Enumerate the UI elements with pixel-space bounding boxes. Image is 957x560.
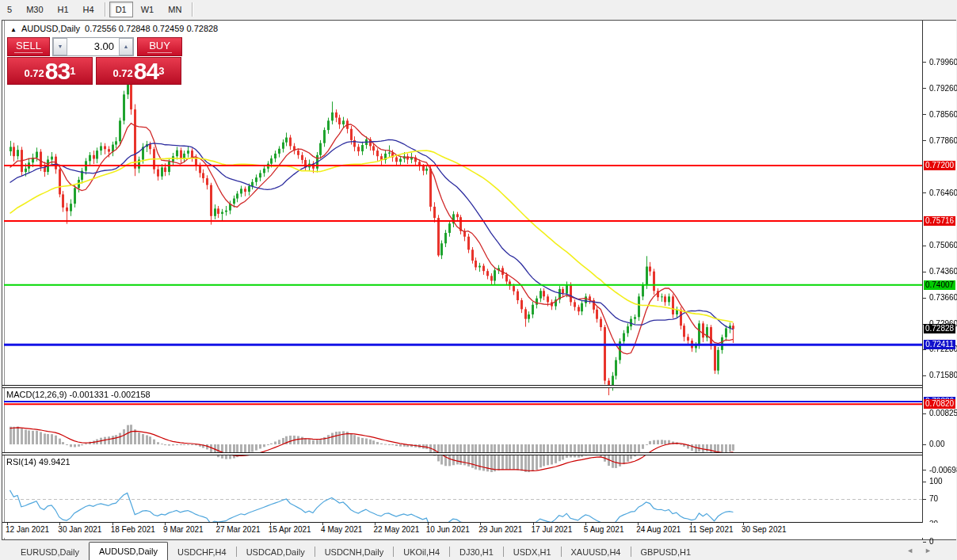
symbol-tab-bar: EURUSD,DailyAUDUSD,DailyUSDCHF,H4USDCAD,… (0, 540, 957, 560)
period-button-mn[interactable]: MN (162, 2, 188, 17)
price-tick-dash (923, 62, 926, 63)
collapse-icon[interactable]: ▲ (10, 26, 17, 33)
price-tick-dash (923, 272, 926, 272)
chart-title-ohlc: 0.72556 0.72848 0.72459 0.72828 (85, 24, 218, 33)
price-tick: 0.79960 (929, 58, 957, 67)
date-label: 24 Aug 2021 (636, 525, 681, 534)
date-label: 10 Jun 2021 (426, 525, 470, 534)
date-label: 5 Aug 2021 (584, 525, 624, 534)
period-button-5[interactable]: 5 (1, 2, 18, 17)
price-tick: 0.79260 (929, 84, 957, 93)
tab-audusd-daily[interactable]: AUDUSD,Daily (89, 542, 168, 560)
period-button-h1[interactable]: H1 (51, 2, 75, 17)
macd-tick: 0.00 (929, 440, 944, 448)
price-tick-dash (923, 88, 926, 89)
price-tick-dash (923, 192, 926, 193)
current-price-label: 0.72828 (924, 324, 955, 333)
sell-price-sup: 1 (70, 58, 75, 85)
price-tick-dash (923, 375, 926, 376)
tab-gbpusd-h1[interactable]: GBPUSD,H1 (631, 545, 701, 560)
period-button-d1[interactable]: D1 (109, 2, 133, 17)
rsi-indicator-label: RSI(14) 49.9421 (6, 457, 71, 467)
price-tick: 0.75060 (929, 241, 957, 250)
tab-usdcnh-daily[interactable]: USDCNH,Daily (315, 545, 394, 560)
date-label: 15 Apr 2021 (269, 525, 311, 534)
macd-tick-dash (923, 470, 926, 470)
hline-price-label: 0.77200 (924, 161, 955, 170)
toolbar-separator (192, 2, 193, 17)
tab-xauusd-h4[interactable]: XAUUSD,H4 (562, 545, 631, 560)
date-axis[interactable]: 12 Jan 202130 Jan 202118 Feb 20219 Mar 2… (2, 523, 955, 538)
date-label: 12 Jan 2021 (6, 525, 49, 534)
date-label: 4 May 2021 (321, 525, 362, 534)
price-tick: 0.73660 (929, 293, 957, 302)
rsi-tick-dash (923, 482, 926, 482)
toolbar-separator (105, 2, 105, 17)
date-label: 11 Sep 2021 (689, 525, 734, 534)
volume-input[interactable]: 3.00 (67, 38, 119, 55)
period-button-w1[interactable]: W1 (135, 2, 161, 17)
tab-dj30-h1[interactable]: DJ30,H1 (450, 545, 503, 560)
buy-price-big: 84 (134, 61, 158, 82)
date-label: 30 Sep 2021 (742, 525, 787, 534)
date-label: 27 Mar 2021 (215, 525, 260, 534)
macd-tick: 0.008253 (929, 409, 957, 417)
buy-price-small: 0.72 (113, 66, 133, 82)
tab-usdcad-daily[interactable]: USDCAD,Daily (237, 545, 315, 560)
hline-price-label: 0.72411 (924, 340, 955, 349)
buy-price-sup: 3 (158, 58, 164, 85)
macd-indicator-label: MACD(12,26,9) -0.001331 -0.002158 (6, 390, 151, 399)
date-label: 29 Jun 2021 (478, 525, 522, 534)
rsi-tick: 70 (929, 494, 938, 503)
price-tick-dash (923, 246, 926, 246)
sell-button-label: SELL (14, 38, 43, 53)
price-tick: 0.74360 (929, 267, 957, 276)
date-label: 30 Jan 2021 (58, 525, 101, 534)
period-button-m30[interactable]: M30 (20, 2, 49, 17)
chart-title-symbol: AUDUSD,Daily (21, 24, 80, 33)
hline-price-label: 0.70820 (924, 399, 955, 409)
sell-price-big: 83 (45, 61, 70, 82)
sell-button[interactable]: SELL (7, 37, 50, 56)
tab-usdx-h1[interactable]: USDX,H1 (504, 545, 561, 560)
volume-increase-button[interactable]: ▲ (119, 38, 133, 55)
price-tick: 0.71580 (929, 371, 957, 379)
tab-ukoil-h4[interactable]: UKOil,H4 (394, 545, 449, 560)
buy-price-box[interactable]: 0.72 84 3 (96, 57, 181, 85)
price-tick: 0.76460 (929, 189, 957, 197)
tab-scroll-right-icon[interactable]: ► (925, 547, 943, 554)
chart-window: ▲AUDUSD,Daily 0.72556 0.72848 0.72459 0.… (2, 20, 956, 540)
period-button-h4[interactable]: H4 (77, 2, 101, 17)
date-label: 22 May 2021 (373, 525, 419, 534)
chart-title: ▲AUDUSD,Daily 0.72556 0.72848 0.72459 0.… (10, 24, 218, 33)
price-tick-dash (923, 114, 926, 115)
buy-button[interactable]: BUY (137, 37, 182, 56)
volume-spinner: ▼ 3.00 ▲ (52, 37, 134, 56)
buy-button-label: BUY (147, 38, 172, 53)
price-tick-dash (923, 298, 926, 299)
one-click-trade-widget: SELL ▼ 3.00 ▲ BUY 0.72 83 1 0.72 84 3 (7, 37, 182, 85)
timeframe-toolbar: 5M30H1H4D1W1MN (0, 0, 957, 19)
main-macd-separator[interactable] (2, 385, 955, 388)
candlestick-chart-canvas[interactable] (4, 42, 922, 543)
macd-tick-dash (923, 413, 926, 414)
trading-terminal: 5M30H1H4D1W1MN ▲AUDUSD,Daily 0.72556 0.7… (0, 0, 957, 560)
date-label: 18 Feb 2021 (111, 525, 155, 534)
hline-price-label: 0.75716 (924, 216, 955, 226)
price-tick: 0.78560 (929, 110, 957, 119)
macd-tick-dash (923, 444, 926, 445)
volume-decrease-button[interactable]: ▼ (53, 38, 67, 55)
sell-price-box[interactable]: 0.72 83 1 (7, 57, 93, 85)
sell-price-small: 0.72 (25, 66, 44, 82)
tab-usdchf-h4[interactable]: USDCHF,H4 (168, 545, 236, 560)
rsi-tick-dash (923, 499, 926, 500)
tab-scroll-left-icon[interactable]: ◄ (906, 547, 925, 554)
hline-price-label: 0.74007 (924, 280, 955, 290)
date-label: 9 Mar 2021 (163, 525, 204, 534)
price-tick-dash (923, 140, 926, 141)
price-tick: 0.77860 (929, 136, 957, 145)
tab-scroll-arrows[interactable]: ◄► (906, 547, 943, 554)
macd-rsi-separator[interactable] (2, 452, 955, 455)
rsi-tick: 100 (929, 477, 943, 486)
tab-eurusd-daily[interactable]: EURUSD,Daily (11, 545, 89, 560)
